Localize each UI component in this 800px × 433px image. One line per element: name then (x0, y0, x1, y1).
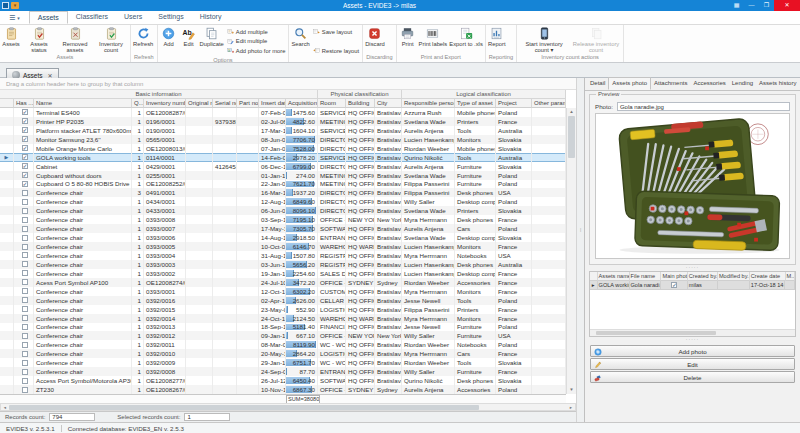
row-checkbox[interactable] (22, 369, 28, 375)
table-row[interactable]: Conference chair10392/001020-May-122864.… (0, 349, 566, 358)
duplicate-button[interactable]: Duplicate (199, 26, 225, 47)
add-multiple-button[interactable]: Add multiple (227, 28, 286, 35)
quick-access-icon[interactable]: ▾ (11, 2, 19, 9)
row-checkbox[interactable] (22, 270, 28, 276)
row-checkbox[interactable]: ✓ (22, 109, 28, 115)
row-checkbox[interactable] (22, 288, 28, 294)
column-header-responsible-person[interactable]: Responsible person (402, 99, 455, 108)
row-checkbox[interactable] (22, 306, 28, 312)
add-photo-button[interactable]: Add photo (590, 345, 795, 357)
table-row[interactable]: Conference chair10393/000614-Aug-162918.… (0, 233, 566, 242)
photo-column-header[interactable]: Modified by... (718, 272, 750, 281)
table-row[interactable]: ✓Terminal ES4001OE12008287/000107-Feb-09… (0, 108, 566, 117)
column-header-q-[interactable]: Q... (132, 99, 144, 108)
close-button[interactable]: ✕ (774, 0, 800, 11)
table-row[interactable]: ✓Mobile Orange Monte Carlo1OE12008013/00… (0, 144, 566, 153)
row-checkbox[interactable] (22, 235, 28, 241)
photo-filename-field[interactable]: Gola naradie.jpg (617, 102, 790, 111)
column-header-type-of-asset[interactable]: Type of asset (455, 99, 496, 108)
table-row[interactable]: Conference chair10393/000803-Sep-147195.… (0, 215, 566, 224)
ribbon-tab-users[interactable]: Users (116, 11, 150, 24)
row-checkbox[interactable]: ✓ (22, 127, 28, 133)
scroll-left-icon[interactable]: ◂ (1, 405, 9, 410)
panel-splitter[interactable]: ⁞ (576, 78, 584, 422)
row-checkbox[interactable]: ✓ (22, 163, 28, 169)
column-header-insert-date[interactable]: Insert date (259, 99, 286, 108)
row-checkbox[interactable]: ✓ (22, 145, 28, 151)
ribbon-tab-history[interactable]: History (192, 11, 230, 24)
row-checkbox[interactable]: ✓ (22, 172, 28, 178)
horizontal-splitter[interactable]: ····· (589, 337, 796, 343)
table-row[interactable]: Conference chair10392/001108-Mar-078119.… (0, 340, 566, 349)
panel-tab-lending[interactable]: Lending (729, 78, 756, 90)
row-checkbox[interactable] (22, 252, 28, 258)
edit-button[interactable]: AbEdit (179, 26, 199, 47)
photo-column-header[interactable]: Create date (750, 272, 786, 281)
table-row[interactable]: Conference chair10393/000303-Jun-115656.… (0, 260, 566, 269)
save-layout-button[interactable]: Save layout (313, 28, 359, 35)
application-menu-button[interactable]: ☰ ▾ (0, 12, 29, 24)
row-checkbox[interactable]: ✓ (22, 154, 28, 160)
edit-multiple-button[interactable]: Edit multiple (227, 38, 286, 45)
table-row[interactable]: Conference chair10393/000219-Jan-152254.… (0, 269, 566, 278)
add-photo-for-more-button[interactable]: Add photo for more (227, 47, 286, 54)
photo-column-header[interactable]: Created by... (688, 272, 718, 281)
column-header-part-no-[interactable]: Part no. (237, 99, 259, 108)
row-checkbox[interactable] (22, 378, 28, 384)
scroll-up-icon[interactable]: ▲ (567, 108, 576, 116)
table-row[interactable]: Conference chair10392/001602-Apr-132626.… (0, 296, 566, 305)
column-header-acquisition-price[interactable]: Acquisition price (286, 99, 318, 108)
vertical-scrollbar[interactable]: ▲ ▼ (566, 108, 576, 394)
table-row[interactable]: Conference chair10393/000431-Aug-151507.… (0, 251, 566, 260)
table-row[interactable]: Conference chair10392/000824-Sep-0687.70… (0, 367, 566, 376)
assets-button[interactable]: Assets (1, 26, 21, 47)
row-checkbox[interactable] (22, 360, 28, 366)
row-checkbox[interactable] (22, 324, 28, 330)
column-header-project[interactable]: Project (496, 99, 532, 108)
row-checkbox[interactable] (22, 244, 28, 250)
row-checkbox[interactable]: ✓ (22, 118, 28, 124)
add-button[interactable]: Add (159, 26, 179, 47)
ribbon-display-icon[interactable]: ▦ (729, 0, 744, 11)
column-header-has-[interactable]: Has ...▾ (14, 99, 34, 108)
scrollbar-thumb[interactable] (568, 116, 575, 158)
panel-tab-accessories[interactable]: Accessories (690, 78, 728, 90)
photo-column-header[interactable]: Main photo (661, 272, 687, 281)
maximize-button[interactable]: ❐ (759, 0, 774, 11)
row-checkbox[interactable] (22, 297, 28, 303)
column-header-serial-no-[interactable]: Serial no. (213, 99, 237, 108)
table-row[interactable]: ✓Platform stacker ATLET 780x600mm10190/0… (0, 126, 566, 135)
table-row[interactable]: ✓Printer HP P203510196/0001937938902-Jul… (0, 117, 566, 126)
photo-table-scrollbar[interactable] (590, 329, 795, 336)
ribbon-tab-classifiers[interactable]: Classifiers (68, 11, 116, 24)
table-row[interactable]: Conference chair10433/000106-Jun-098096.… (0, 206, 566, 215)
row-checkbox[interactable] (22, 315, 28, 321)
removed-assets-button[interactable]: Removed assets (57, 26, 93, 53)
row-checkbox[interactable]: ✓ (22, 136, 28, 142)
print-button[interactable]: Print (398, 26, 418, 47)
print-labels-button[interactable]: Print labels (418, 26, 449, 47)
row-checkbox[interactable]: ✓ (22, 181, 28, 187)
photo-table-row[interactable]: ▸GOLA workin...Gola naradi...✓milas17-Oc… (590, 281, 795, 290)
horizontal-scrollbar[interactable]: ◂ ▸ (0, 403, 576, 411)
table-row[interactable]: Conference chair10392/001318-Sep-155181.… (0, 323, 566, 332)
row-checkbox[interactable] (22, 261, 28, 267)
table-row[interactable]: ZT2301OE12008267/000110-Nov-156867.30OFF… (0, 385, 566, 394)
search-button[interactable]: Search (290, 26, 310, 47)
column-header-inventory-number[interactable]: Inventory number (144, 99, 186, 108)
group-by-bar[interactable]: Drag a column header here to group by th… (0, 78, 576, 90)
table-row[interactable]: Conference chair10393/000717-May-167305.… (0, 224, 566, 233)
row-checkbox[interactable] (22, 226, 28, 232)
report-button[interactable]: Report (487, 26, 507, 47)
scroll-right-icon[interactable]: ▸ (567, 405, 575, 410)
table-row[interactable]: Conference chair10392/000929-Jan-126751.… (0, 358, 566, 367)
ribbon-tab-assets[interactable]: Assets (29, 11, 68, 24)
start-inventory-count-button[interactable]: Start inventory count ▾ (518, 26, 570, 53)
table-row[interactable]: ▶✓GOLA working tools10114/000114-Feb-082… (0, 153, 566, 162)
discard-button[interactable]: Discard (364, 26, 386, 47)
photo-column-header[interactable]: M... (786, 272, 795, 281)
photo-column-header[interactable]: Assets name (598, 272, 630, 281)
table-row[interactable]: Acess Port Symbol AP1001OE12008274/00012… (0, 278, 566, 287)
column-header-original-no-[interactable]: Original no. (186, 99, 213, 108)
row-checkbox[interactable] (22, 190, 28, 196)
